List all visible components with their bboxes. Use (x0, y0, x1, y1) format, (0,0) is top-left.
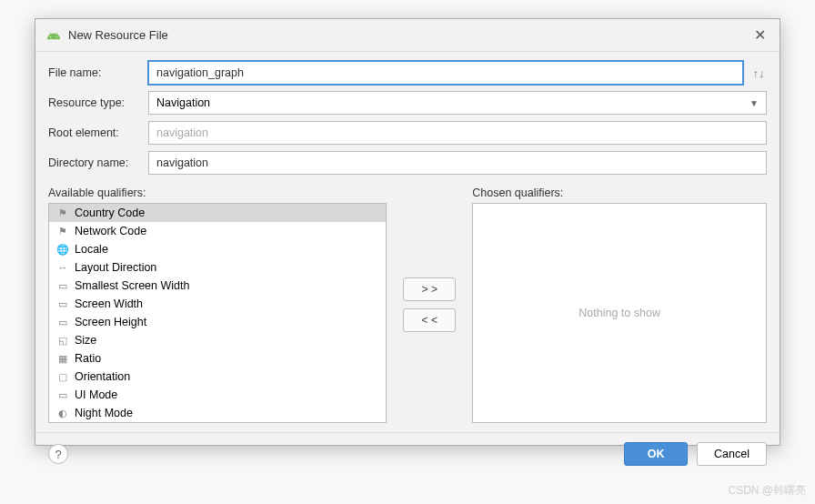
help-button[interactable]: ? (48, 444, 68, 464)
available-qualifiers-label: Available qualifiers: (48, 186, 387, 199)
dialog-footer: ? OK Cancel (35, 432, 780, 475)
qualifier-item[interactable]: ↔Layout Direction (49, 258, 386, 277)
qualifiers-area: Available qualifiers: ⚑Country Code⚑Netw… (48, 186, 767, 423)
watermark-text: CSDN @韩曙亮 (728, 483, 806, 499)
move-left-button[interactable]: < < (403, 308, 456, 332)
resource-type-value: Navigation (156, 96, 210, 109)
qualifier-item[interactable]: ▭Screen Height (49, 313, 386, 331)
resource-type-label: Resource type: (48, 96, 148, 109)
qualifier-item[interactable]: ◐Night Mode (49, 404, 386, 422)
qualifier-label: Night Mode (75, 407, 133, 419)
qualifier-label: Layout Direction (75, 261, 156, 274)
chevron-down-icon: ▼ (750, 98, 759, 108)
qualifier-label: UI Mode (75, 388, 117, 401)
new-resource-file-dialog: New Resource File ✕ File name: ↑↓ Resour… (35, 18, 780, 446)
arrows-icon: ↔ (56, 261, 69, 274)
available-qualifiers-col: Available qualifiers: ⚑Country Code⚑Netw… (48, 186, 387, 423)
qualifier-label: Network Code (75, 225, 146, 237)
qualifier-item[interactable]: ▭UI Mode (49, 386, 386, 404)
ui-icon: ▭ (56, 388, 69, 401)
qualifier-item[interactable]: ◱Size (49, 331, 386, 349)
root-element-input[interactable] (148, 121, 767, 145)
qualifier-label: Country Code (75, 207, 145, 219)
qualifier-item[interactable]: ▭Smallest Screen Width (49, 277, 386, 295)
directory-name-row: Directory name: (48, 151, 767, 175)
resource-type-select[interactable]: Navigation ▼ (148, 91, 767, 115)
night-icon: ◐ (56, 407, 69, 419)
nothing-to-show-text: Nothing to show (579, 307, 660, 319)
resource-type-row: Resource type: Navigation ▼ (48, 91, 767, 115)
qualifier-item[interactable]: ⚑Network Code (49, 222, 386, 240)
qualifier-label: Locale (75, 243, 108, 256)
directory-name-input[interactable] (148, 151, 767, 175)
ok-button[interactable]: OK (624, 442, 688, 466)
qualifier-label: Size (75, 334, 96, 347)
root-element-label: Root element: (48, 126, 148, 139)
chosen-qualifiers-label: Chosen qualifiers: (472, 186, 767, 199)
screen-icon: ▭ (56, 297, 69, 310)
chosen-qualifiers-col: Chosen qualifiers: Nothing to show (472, 186, 767, 423)
qualifier-item[interactable]: ▭Screen Width (49, 295, 386, 313)
android-icon (46, 28, 61, 43)
directory-name-label: Directory name: (48, 156, 148, 169)
screen-icon: ▭ (56, 316, 69, 328)
size-icon: ◱ (56, 334, 69, 347)
qualifier-item[interactable]: ▢Orientation (49, 368, 386, 386)
file-name-row: File name: ↑↓ (48, 61, 767, 85)
close-icon[interactable]: ✕ (750, 26, 769, 44)
qualifier-move-buttons: > > < < (387, 186, 472, 423)
dialog-content: File name: ↑↓ Resource type: Navigation … (35, 52, 780, 432)
sort-icon[interactable]: ↑↓ (750, 66, 767, 80)
move-right-button[interactable]: > > (403, 277, 456, 301)
file-name-label: File name: (48, 66, 148, 79)
qualifier-label: Screen Height (75, 316, 146, 328)
qualifier-item[interactable]: ▦Ratio (49, 349, 386, 368)
qualifier-item[interactable]: 🌐Locale (49, 240, 386, 258)
qualifier-label: Ratio (75, 352, 101, 365)
cancel-button[interactable]: Cancel (697, 442, 767, 466)
flag-icon: ⚑ (56, 207, 69, 219)
screen-icon: ▭ (56, 279, 69, 292)
ratio-icon: ▦ (56, 352, 69, 365)
orient-icon: ▢ (56, 370, 69, 383)
chosen-qualifiers-list[interactable]: Nothing to show (472, 203, 767, 423)
qualifier-label: Orientation (75, 370, 130, 383)
qualifier-label: Smallest Screen Width (75, 279, 189, 292)
qualifier-item[interactable]: ⚑Country Code (49, 204, 386, 222)
available-qualifiers-list[interactable]: ⚑Country Code⚑Network Code🌐Locale↔Layout… (48, 203, 387, 423)
file-name-input[interactable] (148, 61, 743, 85)
titlebar: New Resource File ✕ (35, 19, 780, 52)
flag-icon: ⚑ (56, 225, 69, 237)
dialog-title: New Resource File (68, 28, 750, 42)
qualifier-label: Screen Width (75, 297, 143, 310)
root-element-row: Root element: (48, 121, 767, 145)
globe-icon: 🌐 (56, 243, 69, 256)
